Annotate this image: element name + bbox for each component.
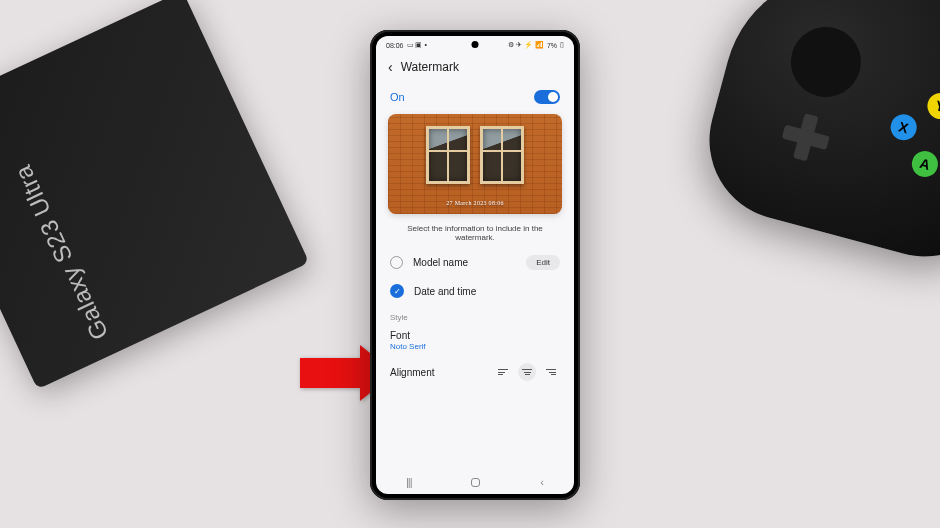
controller-y-button-icon: Y xyxy=(924,90,940,122)
controller-dpad-icon xyxy=(778,109,834,165)
status-icons-right: ⚙ ✈ ⚡ 📶 xyxy=(508,41,544,49)
master-toggle-label: On xyxy=(390,91,405,103)
navigation-bar: ||| ‹ xyxy=(376,470,574,494)
watermark-preview: 27 March 2023 08:06 xyxy=(388,114,562,214)
preview-window-left xyxy=(426,126,470,184)
controller-x-button-icon: X xyxy=(888,111,920,143)
product-box-text: Galaxy S23 Ultra xyxy=(9,160,114,343)
preview-window-right xyxy=(480,126,524,184)
status-battery: 7% xyxy=(547,42,557,49)
status-icons-left: ▭ ▣ • xyxy=(407,41,427,49)
font-row[interactable]: Font Noto Serif xyxy=(376,326,574,357)
back-icon[interactable]: ‹ xyxy=(388,60,393,74)
phone-screen: 08:06 ▭ ▣ • ⚙ ✈ ⚡ 📶 7% ▯ ‹ Watermark On … xyxy=(376,36,574,494)
nav-home-icon[interactable] xyxy=(471,478,480,487)
alignment-label: Alignment xyxy=(390,367,488,378)
radio-checked-icon[interactable]: ✓ xyxy=(390,284,404,298)
align-center-icon[interactable] xyxy=(518,363,536,381)
align-left-icon[interactable] xyxy=(494,363,512,381)
controller-a-button-icon: A xyxy=(909,148,940,180)
edit-button[interactable]: Edit xyxy=(526,255,560,270)
watermark-text-overlay: 27 March 2023 08:06 xyxy=(446,200,504,206)
game-controller-prop: Y X B A xyxy=(691,0,940,274)
nav-recents-icon[interactable]: ||| xyxy=(406,476,412,488)
section-description: Select the information to include in the… xyxy=(376,214,574,248)
product-box-prop: Galaxy S23 Ultra xyxy=(0,0,309,389)
font-value: Noto Serif xyxy=(390,342,560,351)
page-header: ‹ Watermark xyxy=(376,52,574,82)
option-model-name-row[interactable]: Model name Edit xyxy=(376,248,574,277)
radio-unchecked-icon[interactable] xyxy=(390,256,403,269)
alignment-row: Alignment xyxy=(376,357,574,387)
camera-punch-hole xyxy=(472,41,479,48)
phone-frame: 08:06 ▭ ▣ • ⚙ ✈ ⚡ 📶 7% ▯ ‹ Watermark On … xyxy=(370,30,580,500)
master-toggle-switch[interactable] xyxy=(534,90,560,104)
nav-back-icon[interactable]: ‹ xyxy=(540,476,544,488)
option-model-name-label: Model name xyxy=(413,257,516,268)
style-section-label: Style xyxy=(376,305,574,326)
status-time: 08:06 xyxy=(386,42,404,49)
font-label: Font xyxy=(390,330,560,341)
align-right-icon[interactable] xyxy=(542,363,560,381)
master-toggle-row: On xyxy=(376,82,574,114)
page-title: Watermark xyxy=(401,60,459,74)
battery-icon: ▯ xyxy=(560,41,564,49)
option-date-time-row[interactable]: ✓ Date and time xyxy=(376,277,574,305)
option-date-time-label: Date and time xyxy=(414,286,560,297)
